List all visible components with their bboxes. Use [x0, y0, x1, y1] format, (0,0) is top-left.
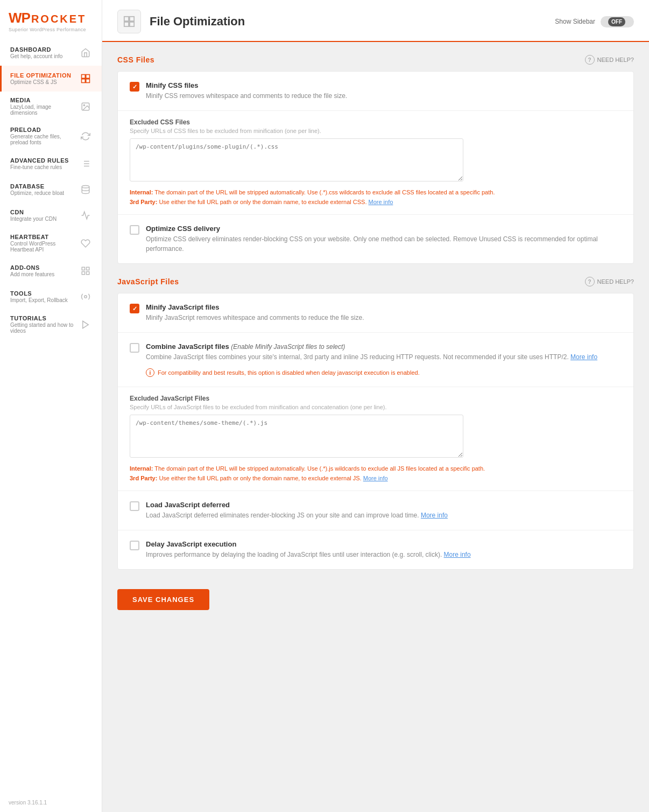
- excluded-js-section: Excluded JavaScript Files Specify URLs o…: [118, 387, 633, 491]
- css-info-text: Internal: The domain part of the URL wil…: [130, 188, 622, 207]
- css-section-title: CSS Files: [117, 55, 154, 64]
- media-icon: [78, 99, 93, 114]
- load-deferred-more-info[interactable]: More info: [421, 512, 448, 519]
- svg-rect-1: [86, 75, 90, 79]
- svg-rect-14: [87, 267, 89, 270]
- delay-execution-row: Delay JavaScript execution Improves perf…: [118, 530, 633, 569]
- svg-rect-22: [130, 22, 134, 26]
- load-deferred-title: Load JavaScript deferred: [146, 501, 622, 509]
- sidebar-toggle[interactable]: OFF: [601, 16, 634, 27]
- sidebar-item-cdn[interactable]: CDN Integrate your CDN: [0, 202, 102, 228]
- css-third-text: Use either the full URL path or only the…: [157, 199, 368, 205]
- minify-css-title: Minify CSS files: [146, 81, 622, 89]
- page-header: File Optimization Show Sidebar OFF: [102, 0, 649, 42]
- sidebar-item-tutorials[interactable]: TUTORIALS Getting started and how to vid…: [0, 310, 102, 339]
- help-icon: ?: [585, 55, 595, 65]
- sidebar-logo: WP ROCKET Superior WordPress Performance: [0, 0, 102, 40]
- optimize-css-checkbox[interactable]: [130, 225, 139, 235]
- toggle-off-label: [602, 20, 608, 23]
- version-label: version 3.16.1.1: [0, 793, 102, 812]
- minify-js-desc: Minify JavaScript removes whitespace and…: [146, 313, 622, 323]
- advanced-rules-icon: [78, 156, 93, 171]
- js-section-title: JavaScript Files: [117, 277, 179, 286]
- heartbeat-icon: [78, 236, 93, 251]
- css-third-label: 3rd Party:: [130, 199, 157, 205]
- svg-rect-20: [130, 17, 134, 21]
- database-icon: [78, 182, 93, 197]
- svg-rect-16: [87, 272, 89, 275]
- svg-rect-0: [82, 75, 86, 79]
- sidebar-item-tools[interactable]: TOOLS Import, Export, Rollback: [0, 284, 102, 310]
- optimize-css-desc: Optimize CSS delivery eliminates render-…: [146, 234, 622, 254]
- js-internal-label: Internal:: [130, 465, 153, 472]
- toggle-on-label: OFF: [608, 17, 625, 26]
- combine-js-warning: i For compatibility and best results, th…: [146, 365, 622, 377]
- sidebar-item-heartbeat[interactable]: HEARTBEAT Control WordPress Heartbeat AP…: [0, 228, 102, 258]
- delay-execution-title: Delay JavaScript execution: [146, 540, 622, 548]
- svg-rect-21: [124, 22, 129, 26]
- css-need-help[interactable]: ? NEED HELP?: [585, 55, 634, 65]
- js-need-help[interactable]: ? NEED HELP?: [585, 277, 634, 286]
- excluded-js-desc: Specify URLs of JavaScript files to be e…: [130, 404, 622, 410]
- sidebar-item-advanced-rules[interactable]: ADVANCED RULES Fine-tune cache rules: [0, 151, 102, 177]
- combine-js-more-info[interactable]: More info: [570, 353, 597, 361]
- excluded-css-desc: Specify URLs of CSS files to be excluded…: [130, 128, 622, 134]
- sidebar-item-add-ons[interactable]: ADD-ONS Add more features: [0, 258, 102, 284]
- delay-execution-checkbox[interactable]: [130, 541, 139, 550]
- js-info-text: Internal: The domain part of the URL wil…: [130, 464, 622, 483]
- svg-marker-18: [83, 321, 89, 328]
- logo-rocket: ROCKET: [31, 13, 86, 25]
- minify-css-row: Minify CSS files Minify CSS removes whit…: [118, 72, 633, 111]
- svg-point-12: [82, 186, 89, 188]
- minify-css-checkbox[interactable]: [130, 82, 139, 92]
- page-header-icon: [117, 10, 141, 33]
- excluded-css-section: Excluded CSS Files Specify URLs of CSS f…: [118, 111, 633, 215]
- sidebar: WP ROCKET Superior WordPress Performance…: [0, 0, 102, 812]
- css-more-info-link[interactable]: More info: [369, 199, 393, 205]
- logo-tagline: Superior WordPress Performance: [9, 27, 86, 32]
- js-section-header: JavaScript Files ? NEED HELP?: [117, 277, 634, 286]
- js-card: Minify JavaScript files Minify JavaScrip…: [117, 293, 634, 570]
- svg-point-5: [83, 104, 84, 106]
- css-need-help-label: NEED HELP?: [597, 57, 634, 63]
- combine-js-row: Combine JavaScript files (Enable Minify …: [118, 333, 633, 387]
- css-internal-label: Internal:: [130, 189, 153, 195]
- optimize-css-row: Optimize CSS delivery Optimize CSS deliv…: [118, 215, 633, 263]
- sidebar-item-media[interactable]: MEDIA LazyLoad, image dimensions: [0, 92, 102, 121]
- sidebar-item-preload[interactable]: PRELOAD Generate cache files, preload fo…: [0, 121, 102, 151]
- minify-css-desc: Minify CSS removes whitespace and commen…: [146, 91, 622, 101]
- home-icon: [78, 45, 93, 60]
- sidebar-item-dashboard[interactable]: DASHBOARD Get help, account info: [0, 40, 102, 66]
- svg-rect-15: [82, 272, 84, 275]
- tutorials-icon: [78, 317, 93, 332]
- combine-js-checkbox[interactable]: [130, 343, 139, 353]
- js-third-label: 3rd Party:: [130, 475, 157, 481]
- page-title: File Optimization: [150, 15, 245, 29]
- combine-js-title: Combine JavaScript files (Enable Minify …: [146, 342, 622, 351]
- cdn-icon: [78, 208, 93, 223]
- sidebar-navigation: DASHBOARD Get help, account info FILE OP…: [0, 40, 102, 793]
- svg-point-17: [84, 296, 87, 298]
- load-deferred-checkbox[interactable]: [130, 501, 139, 511]
- minify-js-row: Minify JavaScript files Minify JavaScrip…: [118, 293, 633, 333]
- minify-js-checkbox[interactable]: [130, 304, 139, 313]
- save-changes-button[interactable]: SAVE CHANGES: [117, 589, 209, 610]
- tools-icon: [78, 289, 93, 304]
- sidebar-item-file-optimization[interactable]: FILE OPTIMIZATION Optimize CSS & JS: [0, 66, 102, 92]
- optimize-css-title: Optimize CSS delivery: [146, 225, 622, 233]
- js-more-info-link[interactable]: More info: [363, 475, 388, 481]
- css-section-header: CSS Files ? NEED HELP?: [117, 55, 634, 65]
- excluded-css-label: Excluded CSS Files: [130, 118, 622, 126]
- warning-icon: i: [146, 368, 154, 377]
- js-need-help-label: NEED HELP?: [597, 278, 634, 285]
- delay-execution-desc: Improves performance by delaying the loa…: [146, 550, 622, 559]
- js-help-icon: ?: [585, 277, 595, 286]
- load-deferred-desc: Load JavaScript deferred eliminates rend…: [146, 510, 622, 520]
- sidebar-item-database[interactable]: DATABASE Optimize, reduce bloat: [0, 177, 102, 202]
- combine-js-desc: Combine JavaScript files combines your s…: [146, 352, 622, 362]
- delay-execution-more-info[interactable]: More info: [444, 551, 471, 558]
- file-optimization-icon: [78, 71, 93, 86]
- excluded-js-textarea[interactable]: [130, 415, 463, 458]
- excluded-js-label: Excluded JavaScript Files: [130, 395, 622, 402]
- excluded-css-textarea[interactable]: [130, 138, 463, 181]
